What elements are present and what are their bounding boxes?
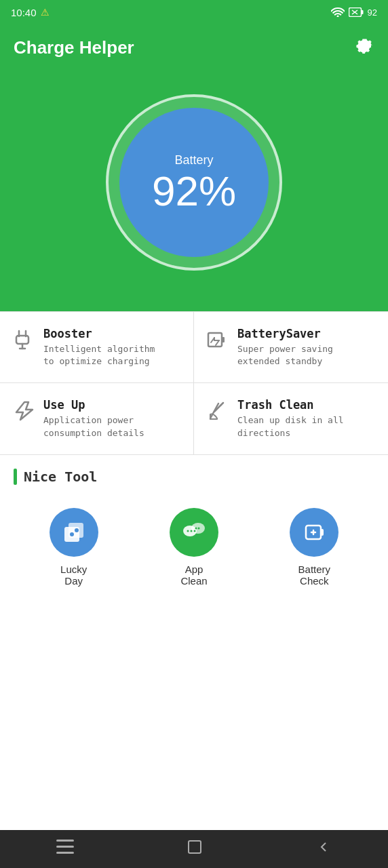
back-icon[interactable] — [315, 839, 332, 859]
app-clean-icon — [170, 508, 218, 557]
battery-area: Battery 92% — [0, 74, 388, 311]
battery-circle-outer: Battery 92% — [106, 94, 282, 271]
battery-percent: 92% — [152, 170, 236, 212]
app-clean-label: AppClean — [180, 564, 207, 587]
battery-x-icon — [349, 7, 364, 17]
settings-icon[interactable] — [354, 35, 374, 60]
status-right: 92 — [331, 7, 377, 18]
feature-battery-saver-desc: Super power savingextended standby — [237, 343, 333, 368]
tools-row: LuckyDay AppClean — [0, 508, 388, 600]
svg-line-13 — [221, 403, 223, 405]
section-bar — [14, 469, 17, 485]
feature-trash-clean-title: Trash Clean — [237, 398, 344, 412]
feature-use-up-title: Use Up — [43, 398, 144, 412]
bottom-nav — [0, 830, 388, 868]
svg-point-16 — [70, 532, 74, 536]
svg-point-23 — [195, 527, 197, 529]
tool-item-battery-check[interactable]: BatteryCheck — [290, 508, 338, 587]
svg-rect-4 — [16, 336, 28, 344]
feature-use-up-desc: Application powerconsumption details — [43, 414, 144, 439]
feature-item-battery-saver[interactable]: BatterySaver Super power savingextended … — [194, 312, 388, 383]
warning-icon: ⚠ — [41, 7, 50, 18]
svg-rect-32 — [189, 841, 201, 853]
svg-rect-30 — [56, 846, 74, 848]
app-header: Charge Helper — [0, 24, 388, 74]
feature-battery-saver-title: BatterySaver — [237, 327, 333, 340]
app-title: Charge Helper — [14, 37, 134, 58]
feature-trash-clean-text: Trash Clean Clean up disk in alldirectio… — [237, 398, 344, 439]
battery-save-icon — [205, 328, 229, 356]
svg-rect-1 — [361, 10, 363, 14]
tool-item-lucky-day[interactable]: LuckyDay — [50, 508, 98, 587]
battery-circle-inner: Battery 92% — [119, 108, 269, 257]
lucky-day-label: LuckyDay — [60, 564, 87, 587]
section-title: Nice Tool — [24, 469, 97, 485]
nice-tool-section: Nice Tool — [0, 455, 388, 508]
tool-item-app-clean[interactable]: AppClean — [170, 508, 218, 587]
feature-trash-clean-desc: Clean up disk in alldirections — [237, 414, 344, 439]
battery-check-label: BatteryCheck — [298, 564, 331, 587]
svg-point-21 — [190, 530, 192, 532]
lucky-day-icon — [50, 508, 98, 557]
feature-battery-saver-text: BatterySaver Super power savingextended … — [237, 327, 333, 368]
svg-rect-31 — [56, 852, 74, 854]
battery-label: Battery — [174, 153, 213, 167]
feature-booster-desc: Intelligent algorithmto optimize chargin… — [43, 343, 155, 368]
svg-rect-6 — [222, 337, 225, 342]
svg-point-22 — [193, 530, 195, 532]
svg-point-20 — [187, 530, 189, 532]
feature-item-booster[interactable]: Booster Intelligent algorithmto optimize… — [0, 312, 194, 383]
section-header: Nice Tool — [14, 469, 374, 485]
status-time: 10:40 — [11, 7, 37, 18]
menu-icon[interactable] — [56, 840, 74, 859]
feature-item-use-up[interactable]: Use Up Application powerconsumption deta… — [0, 383, 194, 454]
plug-icon — [11, 328, 35, 356]
broom-icon — [205, 399, 229, 427]
svg-rect-29 — [56, 840, 74, 842]
battery-check-icon — [290, 508, 338, 557]
status-bar: 10:40 ⚠ 92 — [0, 0, 388, 24]
feature-booster-text: Booster Intelligent algorithmto optimize… — [43, 327, 155, 368]
battery-percent-status: 92 — [368, 7, 377, 18]
feature-item-trash-clean[interactable]: Trash Clean Clean up disk in alldirectio… — [194, 383, 388, 454]
home-icon[interactable] — [187, 839, 203, 859]
feature-use-up-text: Use Up Application powerconsumption deta… — [43, 398, 144, 439]
svg-point-17 — [75, 528, 79, 532]
feature-grid: Booster Intelligent algorithmto optimize… — [0, 311, 388, 455]
feature-booster-title: Booster — [43, 327, 155, 340]
status-left: 10:40 ⚠ — [11, 7, 50, 18]
wifi-icon — [331, 7, 345, 17]
svg-rect-26 — [321, 529, 324, 536]
lightning-icon — [11, 399, 35, 427]
svg-point-24 — [197, 527, 199, 529]
svg-line-10 — [216, 340, 219, 345]
